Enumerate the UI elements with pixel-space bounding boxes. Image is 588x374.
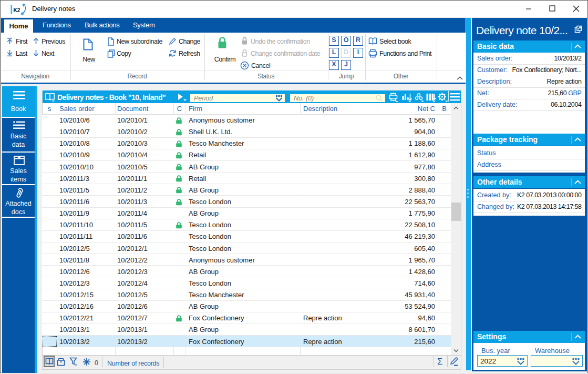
svg-text:K2: K2: [14, 7, 20, 13]
